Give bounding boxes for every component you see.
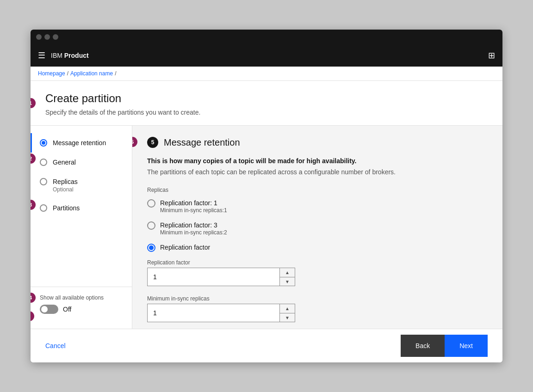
- page-subtitle: Specify the details of the partitions yo…: [45, 109, 488, 116]
- nav-radio-general: [40, 159, 47, 166]
- sidebar-item-general[interactable]: General: [31, 153, 132, 172]
- back-button[interactable]: Back: [401, 335, 445, 357]
- brand: IBM Product: [51, 52, 89, 59]
- show-all-label: Show all available options: [40, 294, 123, 301]
- sidebar-item-replicas[interactable]: Replicas Optional: [31, 172, 132, 198]
- titlebar: [31, 30, 502, 44]
- dot-minimize: [44, 34, 50, 40]
- step-badge-1: 1: [31, 98, 36, 108]
- radio-circle-factor1: [147, 199, 155, 208]
- sidebar-item-text-replicas: Replicas Optional: [53, 178, 78, 192]
- step-badge-5: 5: [132, 137, 137, 147]
- nav-radio-replicas: [40, 178, 47, 185]
- breadcrumb-home[interactable]: Homepage: [38, 70, 65, 77]
- next-button[interactable]: Next: [445, 335, 488, 357]
- bottom-bar: Cancel Back Next: [31, 329, 502, 362]
- page-header: 1 Create partition Specify the details o…: [31, 81, 502, 126]
- cancel-button[interactable]: Cancel: [45, 338, 66, 353]
- replication-factor-field[interactable]: [148, 273, 279, 281]
- replicas-section-label: Replicas: [147, 187, 488, 193]
- breadcrumb-sep-1: /: [67, 70, 68, 77]
- sidebar-footer: 4 Show all available options Off 6: [31, 287, 132, 321]
- min-sync-increment[interactable]: ▲: [280, 304, 295, 313]
- section-title: Message retention: [164, 137, 240, 148]
- brand-normal: IBM: [51, 52, 64, 59]
- replication-factor-input[interactable]: ▲ ▼: [147, 268, 295, 286]
- brand-bold: Product: [64, 52, 89, 59]
- sidebar-item-label-partitions: Partitions: [53, 204, 80, 212]
- app-window: ☰ IBM Product ⊞ Homepage / Application n…: [31, 30, 502, 362]
- sidebar-item-label-general: General: [53, 158, 76, 166]
- section-header: 5 5 Message retention: [147, 137, 488, 148]
- sidebar-item-partitions[interactable]: Partitions: [31, 198, 132, 218]
- nav-radio-message-retention: [40, 139, 47, 147]
- sidebar-item-message-retention[interactable]: Message retention: [31, 133, 132, 153]
- section-desc-bold: This is how many copies of a topic will …: [147, 157, 488, 165]
- radio-option-factor1[interactable]: Replication factor: 1 Minimum in-sync re…: [147, 199, 488, 214]
- replication-factor-increment[interactable]: ▲: [280, 268, 295, 277]
- replication-factor-label: Replication factor: [147, 259, 488, 266]
- grid-icon[interactable]: ⊞: [488, 50, 495, 61]
- form-area: 5 5 Message retention This is how many c…: [132, 126, 502, 329]
- content-area: 2 3 Message retention General: [31, 126, 502, 329]
- min-sync-decrement[interactable]: ▼: [280, 313, 295, 322]
- dot-maximize: [53, 34, 58, 40]
- sidebar: 2 3 Message retention General: [31, 126, 132, 329]
- toggle-off-label: Off: [63, 306, 71, 313]
- min-sync-input[interactable]: ▲ ▼: [147, 304, 295, 322]
- hamburger-icon[interactable]: ☰: [38, 50, 45, 61]
- main-content: 1 Create partition Specify the details o…: [31, 81, 502, 362]
- breadcrumb-app[interactable]: Application name: [70, 70, 113, 77]
- top-nav: ☰ IBM Product ⊞: [31, 44, 502, 67]
- min-sync-field[interactable]: [148, 309, 279, 317]
- nav-radio-partitions: [40, 204, 47, 212]
- radio-text-factor1: Replication factor: 1 Minimum in-sync re…: [160, 199, 227, 214]
- dot-close: [36, 34, 42, 40]
- section-desc: The partitions of each topic can be repl…: [147, 168, 488, 176]
- radio-option-custom[interactable]: Replication factor: [147, 243, 488, 252]
- radio-option-factor3[interactable]: Replication factor: 3 Minimum in-sync re…: [147, 221, 488, 236]
- sidebar-nav: Message retention General Replicas Optio…: [31, 133, 132, 287]
- radio-text-custom: Replication factor: [160, 243, 210, 251]
- toggle-row: Off: [40, 305, 123, 314]
- show-all-toggle[interactable]: [40, 305, 58, 314]
- replication-factor-stepper: ▲ ▼: [279, 268, 295, 286]
- min-sync-stepper: ▲ ▼: [279, 304, 295, 322]
- page-title: Create partition: [45, 92, 488, 105]
- replication-factor-decrement[interactable]: ▼: [280, 277, 295, 286]
- step-badge-6: 6: [31, 311, 34, 321]
- radio-text-factor3: Replication factor: 3 Minimum in-sync re…: [160, 221, 227, 236]
- sidebar-item-label-message-retention: Message retention: [53, 139, 106, 147]
- window-controls: [36, 34, 58, 40]
- min-sync-label: Minimum in-sync replicas: [147, 295, 488, 302]
- min-sync-group: Minimum in-sync replicas ▲ ▼: [147, 295, 488, 322]
- replication-factor-group: Replication factor ▲ ▼: [147, 259, 488, 286]
- nav-left: ☰ IBM Product: [38, 50, 89, 61]
- section-number: 5: [147, 137, 158, 148]
- breadcrumb-sep-2: /: [115, 70, 116, 77]
- breadcrumb: Homepage / Application name /: [31, 67, 502, 81]
- radio-circle-factor3: [147, 221, 155, 230]
- step-badge-4: 4: [31, 293, 36, 303]
- radio-circle-custom: [147, 244, 155, 252]
